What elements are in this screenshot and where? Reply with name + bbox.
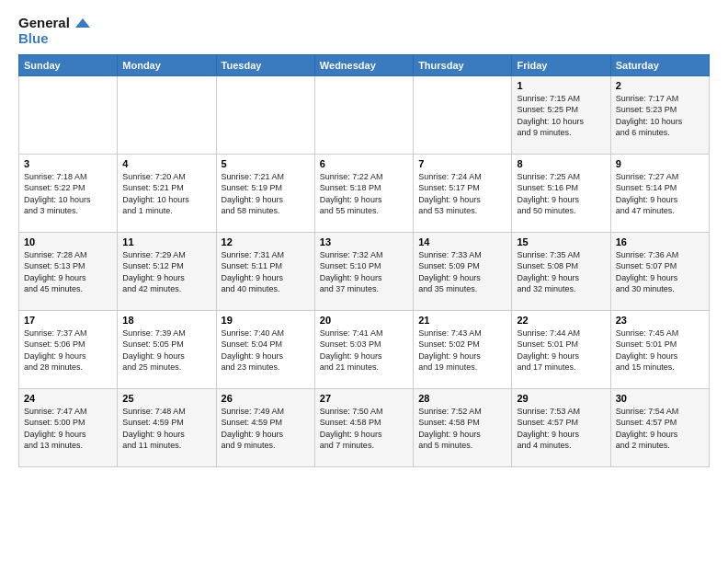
day-number: 24 xyxy=(24,393,112,404)
page-header: General Blue xyxy=(18,15,710,47)
table-row: 10Sunrise: 7:28 AM Sunset: 5:13 PM Dayli… xyxy=(19,232,118,310)
table-row: 17Sunrise: 7:37 AM Sunset: 5:06 PM Dayli… xyxy=(19,310,118,388)
day-info: Sunrise: 7:25 AM Sunset: 5:16 PM Dayligh… xyxy=(517,171,605,217)
calendar-week-row: 24Sunrise: 7:47 AM Sunset: 5:00 PM Dayli… xyxy=(19,388,710,466)
table-row: 24Sunrise: 7:47 AM Sunset: 5:00 PM Dayli… xyxy=(19,388,118,466)
day-info: Sunrise: 7:39 AM Sunset: 5:05 PM Dayligh… xyxy=(122,327,210,373)
day-number: 21 xyxy=(418,315,506,326)
day-info: Sunrise: 7:49 AM Sunset: 4:59 PM Dayligh… xyxy=(222,406,310,452)
col-monday: Monday xyxy=(118,54,216,75)
day-info: Sunrise: 7:24 AM Sunset: 5:17 PM Dayligh… xyxy=(418,171,506,217)
table-row: 30Sunrise: 7:54 AM Sunset: 4:57 PM Dayli… xyxy=(610,388,709,466)
col-thursday: Thursday xyxy=(414,54,512,75)
table-row: 2Sunrise: 7:17 AM Sunset: 5:23 PM Daylig… xyxy=(610,75,709,154)
day-info: Sunrise: 7:50 AM Sunset: 4:58 PM Dayligh… xyxy=(320,406,408,452)
day-number: 29 xyxy=(517,393,605,404)
calendar-table: Sunday Monday Tuesday Wednesday Thursday… xyxy=(18,54,710,467)
table-row: 29Sunrise: 7:53 AM Sunset: 4:57 PM Dayli… xyxy=(512,388,610,466)
table-row: 5Sunrise: 7:21 AM Sunset: 5:19 PM Daylig… xyxy=(216,154,314,232)
table-row: 16Sunrise: 7:36 AM Sunset: 5:07 PM Dayli… xyxy=(610,232,709,310)
day-number: 4 xyxy=(122,158,210,169)
table-row: 27Sunrise: 7:50 AM Sunset: 4:58 PM Dayli… xyxy=(314,388,413,466)
day-info: Sunrise: 7:47 AM Sunset: 5:00 PM Dayligh… xyxy=(24,406,112,452)
table-row: 3Sunrise: 7:18 AM Sunset: 5:22 PM Daylig… xyxy=(19,154,118,232)
day-info: Sunrise: 7:31 AM Sunset: 5:11 PM Dayligh… xyxy=(222,249,310,295)
day-number: 11 xyxy=(122,236,210,247)
day-info: Sunrise: 7:28 AM Sunset: 5:13 PM Dayligh… xyxy=(24,249,112,295)
day-number: 14 xyxy=(418,236,506,247)
day-number: 13 xyxy=(320,236,408,247)
day-number: 28 xyxy=(418,393,506,404)
table-row xyxy=(414,75,512,154)
logo-general: General xyxy=(18,15,90,30)
table-row: 26Sunrise: 7:49 AM Sunset: 4:59 PM Dayli… xyxy=(216,388,314,466)
day-number: 19 xyxy=(222,315,310,326)
day-number: 6 xyxy=(320,158,408,169)
table-row: 14Sunrise: 7:33 AM Sunset: 5:09 PM Dayli… xyxy=(414,232,512,310)
day-info: Sunrise: 7:21 AM Sunset: 5:19 PM Dayligh… xyxy=(222,171,310,217)
table-row: 7Sunrise: 7:24 AM Sunset: 5:17 PM Daylig… xyxy=(414,154,512,232)
table-row: 22Sunrise: 7:44 AM Sunset: 5:01 PM Dayli… xyxy=(512,310,610,388)
day-info: Sunrise: 7:36 AM Sunset: 5:07 PM Dayligh… xyxy=(616,249,704,295)
day-number: 15 xyxy=(517,236,605,247)
table-row: 28Sunrise: 7:52 AM Sunset: 4:58 PM Dayli… xyxy=(414,388,512,466)
calendar-header-row: Sunday Monday Tuesday Wednesday Thursday… xyxy=(19,54,710,75)
day-number: 27 xyxy=(320,393,408,404)
day-info: Sunrise: 7:17 AM Sunset: 5:23 PM Dayligh… xyxy=(616,93,704,139)
table-row: 4Sunrise: 7:20 AM Sunset: 5:21 PM Daylig… xyxy=(118,154,216,232)
day-number: 9 xyxy=(616,158,704,169)
day-info: Sunrise: 7:48 AM Sunset: 4:59 PM Dayligh… xyxy=(122,406,210,452)
calendar-week-row: 10Sunrise: 7:28 AM Sunset: 5:13 PM Dayli… xyxy=(19,232,710,310)
day-number: 26 xyxy=(222,393,310,404)
day-info: Sunrise: 7:45 AM Sunset: 5:01 PM Dayligh… xyxy=(616,327,704,373)
day-number: 5 xyxy=(222,158,310,169)
day-number: 20 xyxy=(320,315,408,326)
day-info: Sunrise: 7:32 AM Sunset: 5:10 PM Dayligh… xyxy=(320,249,408,295)
table-row: 12Sunrise: 7:31 AM Sunset: 5:11 PM Dayli… xyxy=(216,232,314,310)
day-number: 18 xyxy=(122,315,210,326)
table-row xyxy=(118,75,216,154)
col-friday: Friday xyxy=(512,54,610,75)
table-row: 6Sunrise: 7:22 AM Sunset: 5:18 PM Daylig… xyxy=(314,154,413,232)
day-info: Sunrise: 7:27 AM Sunset: 5:14 PM Dayligh… xyxy=(616,171,704,217)
table-row: 8Sunrise: 7:25 AM Sunset: 5:16 PM Daylig… xyxy=(512,154,610,232)
table-row: 25Sunrise: 7:48 AM Sunset: 4:59 PM Dayli… xyxy=(118,388,216,466)
table-row: 18Sunrise: 7:39 AM Sunset: 5:05 PM Dayli… xyxy=(118,310,216,388)
day-number: 8 xyxy=(517,158,605,169)
day-number: 3 xyxy=(24,158,112,169)
day-info: Sunrise: 7:52 AM Sunset: 4:58 PM Dayligh… xyxy=(418,406,506,452)
day-info: Sunrise: 7:41 AM Sunset: 5:03 PM Dayligh… xyxy=(320,327,408,373)
day-number: 2 xyxy=(616,80,704,91)
day-info: Sunrise: 7:44 AM Sunset: 5:01 PM Dayligh… xyxy=(517,327,605,373)
day-info: Sunrise: 7:33 AM Sunset: 5:09 PM Dayligh… xyxy=(418,249,506,295)
day-info: Sunrise: 7:18 AM Sunset: 5:22 PM Dayligh… xyxy=(24,171,112,217)
col-wednesday: Wednesday xyxy=(314,54,413,75)
day-number: 23 xyxy=(616,315,704,326)
day-number: 10 xyxy=(24,236,112,247)
calendar-week-row: 17Sunrise: 7:37 AM Sunset: 5:06 PM Dayli… xyxy=(19,310,710,388)
day-number: 17 xyxy=(24,315,112,326)
day-info: Sunrise: 7:43 AM Sunset: 5:02 PM Dayligh… xyxy=(418,327,506,373)
day-info: Sunrise: 7:20 AM Sunset: 5:21 PM Dayligh… xyxy=(122,171,210,217)
calendar-week-row: 1Sunrise: 7:15 AM Sunset: 5:25 PM Daylig… xyxy=(19,75,710,154)
day-info: Sunrise: 7:53 AM Sunset: 4:57 PM Dayligh… xyxy=(517,406,605,452)
col-sunday: Sunday xyxy=(19,54,118,75)
table-row: 13Sunrise: 7:32 AM Sunset: 5:10 PM Dayli… xyxy=(314,232,413,310)
day-number: 7 xyxy=(418,158,506,169)
col-tuesday: Tuesday xyxy=(216,54,314,75)
day-number: 30 xyxy=(616,393,704,404)
day-info: Sunrise: 7:22 AM Sunset: 5:18 PM Dayligh… xyxy=(320,171,408,217)
day-number: 1 xyxy=(517,80,605,91)
table-row: 9Sunrise: 7:27 AM Sunset: 5:14 PM Daylig… xyxy=(610,154,709,232)
day-info: Sunrise: 7:40 AM Sunset: 5:04 PM Dayligh… xyxy=(222,327,310,373)
calendar-week-row: 3Sunrise: 7:18 AM Sunset: 5:22 PM Daylig… xyxy=(19,154,710,232)
day-info: Sunrise: 7:35 AM Sunset: 5:08 PM Dayligh… xyxy=(517,249,605,295)
table-row: 15Sunrise: 7:35 AM Sunset: 5:08 PM Dayli… xyxy=(512,232,610,310)
logo-blue: Blue xyxy=(18,30,49,46)
table-row: 1Sunrise: 7:15 AM Sunset: 5:25 PM Daylig… xyxy=(512,75,610,154)
table-row: 21Sunrise: 7:43 AM Sunset: 5:02 PM Dayli… xyxy=(414,310,512,388)
table-row: 19Sunrise: 7:40 AM Sunset: 5:04 PM Dayli… xyxy=(216,310,314,388)
day-number: 22 xyxy=(517,315,605,326)
table-row: 20Sunrise: 7:41 AM Sunset: 5:03 PM Dayli… xyxy=(314,310,413,388)
table-row: 23Sunrise: 7:45 AM Sunset: 5:01 PM Dayli… xyxy=(610,310,709,388)
